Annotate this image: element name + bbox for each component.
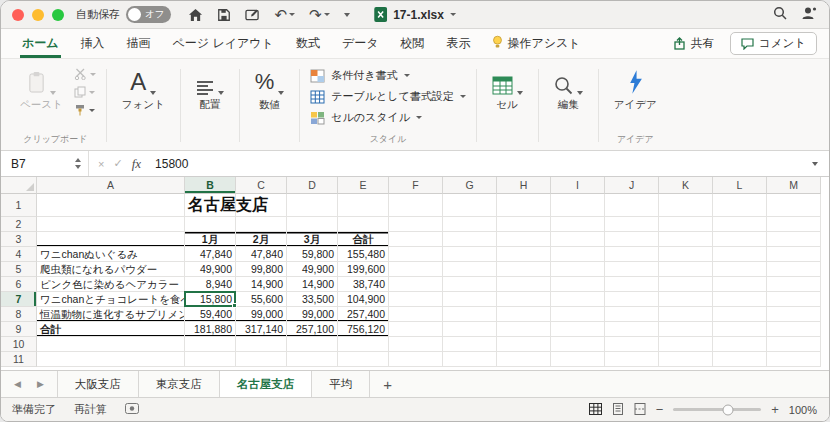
- cell-b9[interactable]: 181,880: [185, 322, 236, 337]
- cell-k8[interactable]: [659, 307, 713, 322]
- cell-f3[interactable]: [389, 232, 443, 247]
- column-header-j[interactable]: J: [605, 177, 659, 194]
- cell-h5[interactable]: [497, 262, 551, 277]
- cell-h6[interactable]: [497, 277, 551, 292]
- cell-g4[interactable]: [443, 247, 497, 262]
- document-title[interactable]: 17-1.xlsx: [374, 7, 456, 22]
- copy-button[interactable]: [72, 85, 98, 99]
- cell-d8[interactable]: 99,000: [287, 307, 338, 322]
- cell-g3[interactable]: [443, 232, 497, 247]
- cell-l4[interactable]: [713, 247, 767, 262]
- minimize-button[interactable]: [32, 9, 44, 21]
- cell-a9[interactable]: 合計: [37, 322, 185, 337]
- row-header-7[interactable]: 7: [1, 292, 37, 307]
- cell-a5[interactable]: 爬虫類になれるパウダー: [37, 262, 185, 277]
- cell-f11[interactable]: [389, 352, 443, 367]
- cell-h7[interactable]: [497, 292, 551, 307]
- column-header-d[interactable]: D: [287, 177, 338, 194]
- cell-k7[interactable]: [659, 292, 713, 307]
- cell-h8[interactable]: [497, 307, 551, 322]
- cell-j7[interactable]: [605, 292, 659, 307]
- column-header-g[interactable]: G: [443, 177, 497, 194]
- cell-d10[interactable]: [287, 337, 338, 352]
- cell-m11[interactable]: [767, 352, 821, 367]
- row-header-2[interactable]: 2: [1, 217, 37, 232]
- zoom-window-button[interactable]: [52, 9, 64, 21]
- cell-h2[interactable]: [497, 217, 551, 232]
- zoom-slider[interactable]: [673, 408, 761, 411]
- cell-k10[interactable]: [659, 337, 713, 352]
- cell-l7[interactable]: [713, 292, 767, 307]
- cell-d7[interactable]: 33,500: [287, 292, 338, 307]
- cell-a10[interactable]: [37, 337, 185, 352]
- row-header-10[interactable]: 10: [1, 337, 37, 352]
- cell-b3[interactable]: 1月: [185, 232, 236, 247]
- cell-i9[interactable]: [551, 322, 605, 337]
- cell-f6[interactable]: [389, 277, 443, 292]
- cell-j3[interactable]: [605, 232, 659, 247]
- editing-menu-chevron-icon[interactable]: [577, 91, 583, 95]
- home-icon[interactable]: [188, 8, 203, 22]
- sheet-tab-nagoya[interactable]: 名古屋支店: [220, 371, 313, 397]
- cell-k1[interactable]: [659, 194, 713, 217]
- cell-m10[interactable]: [767, 337, 821, 352]
- cell-m4[interactable]: [767, 247, 821, 262]
- cell-styles-chevron-icon[interactable]: [416, 116, 422, 119]
- cell-j1[interactable]: [605, 194, 659, 217]
- cell-m9[interactable]: [767, 322, 821, 337]
- cell-c1[interactable]: [236, 194, 287, 217]
- ribbon-tab-view[interactable]: 表示: [435, 29, 481, 58]
- select-all-corner[interactable]: [1, 177, 37, 194]
- cell-j6[interactable]: [605, 277, 659, 292]
- zoom-level[interactable]: 100%: [789, 404, 817, 416]
- zoom-out-button[interactable]: −: [656, 403, 664, 416]
- number-menu-chevron-icon[interactable]: [278, 91, 284, 95]
- cell-c5[interactable]: 99,800: [236, 262, 287, 277]
- sheet-nav-left-icon[interactable]: ◀: [14, 379, 21, 389]
- column-header-k[interactable]: K: [659, 177, 713, 194]
- cell-j2[interactable]: [605, 217, 659, 232]
- cell-b10[interactable]: [185, 337, 236, 352]
- cell-b4[interactable]: 47,840: [185, 247, 236, 262]
- ideas-button[interactable]: アイデア: [607, 64, 664, 115]
- column-header-l[interactable]: L: [713, 177, 767, 194]
- row-header-1[interactable]: 1: [1, 194, 37, 217]
- cell-m5[interactable]: [767, 262, 821, 277]
- cell-l5[interactable]: [713, 262, 767, 277]
- name-box-stepper[interactable]: [75, 158, 88, 169]
- cell-g6[interactable]: [443, 277, 497, 292]
- cell-b2[interactable]: [185, 217, 236, 232]
- comments-button[interactable]: コメント: [730, 32, 817, 55]
- ribbon-tab-draw[interactable]: 描画: [116, 29, 162, 58]
- share-presence-icon[interactable]: [801, 6, 817, 24]
- calculate-status[interactable]: 再計算: [74, 402, 107, 417]
- cell-m3[interactable]: [767, 232, 821, 247]
- row-header-6[interactable]: 6: [1, 277, 37, 292]
- toolbar-options-chevron-icon[interactable]: [344, 13, 350, 17]
- cell-d6[interactable]: 14,900: [287, 277, 338, 292]
- sheet-tab-average[interactable]: 平均: [312, 371, 370, 397]
- cell-e2[interactable]: [338, 217, 389, 232]
- column-header-a[interactable]: A: [37, 177, 185, 194]
- ribbon-tab-insert[interactable]: 挿入: [70, 29, 116, 58]
- cell-f7[interactable]: [389, 292, 443, 307]
- cell-a4[interactable]: ワニchanぬいぐるみ: [37, 247, 185, 262]
- cell-b7[interactable]: 15,800: [185, 292, 236, 307]
- row-header-8[interactable]: 8: [1, 307, 37, 322]
- cell-g7[interactable]: [443, 292, 497, 307]
- cell-l2[interactable]: [713, 217, 767, 232]
- cell-e1[interactable]: [338, 194, 389, 217]
- undo-icon[interactable]: ↶: [274, 7, 295, 22]
- paste-menu-chevron-icon[interactable]: [50, 91, 56, 95]
- cell-e7[interactable]: 104,900: [338, 292, 389, 307]
- cell-j8[interactable]: [605, 307, 659, 322]
- cell-d2[interactable]: [287, 217, 338, 232]
- undo-menu-chevron-icon[interactable]: [289, 13, 295, 16]
- cell-b1[interactable]: 名古屋支店: [185, 194, 236, 217]
- zoom-slider-thumb[interactable]: [722, 404, 733, 415]
- cell-c10[interactable]: [236, 337, 287, 352]
- cell-k5[interactable]: [659, 262, 713, 277]
- cell-j11[interactable]: [605, 352, 659, 367]
- cell-c2[interactable]: [236, 217, 287, 232]
- redo-icon[interactable]: ↷: [309, 7, 330, 22]
